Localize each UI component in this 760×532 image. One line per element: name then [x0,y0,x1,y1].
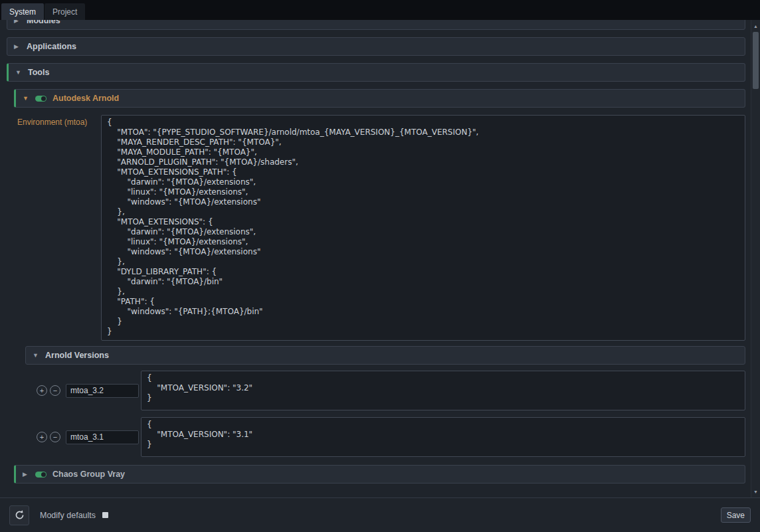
section-header-chaos-group-vray[interactable]: ▶ Chaos Group Vray [14,465,745,484]
section-header-modules[interactable]: ▶ Modules [7,20,745,30]
remove-version-button[interactable]: − [50,385,60,396]
tab-system-label: System [9,7,36,17]
section-header-tools[interactable]: ▼ Tools [7,63,745,82]
section-label-autodesk-arnold: Autodesk Arnold [52,94,119,103]
refresh-icon [14,509,25,521]
section-header-applications[interactable]: ▶ Applications [7,37,745,56]
tab-project-label: Project [52,7,77,17]
version-name-input[interactable] [66,430,139,444]
chevron-down-icon: ▼ [23,96,29,102]
section-label-chaos-group-vray: Chaos Group Vray [52,470,125,479]
environment-field-row: Environment (mtoa) { "MTOA": "{PYPE_STUD… [14,115,745,341]
chevron-right-icon: ▶ [14,44,21,50]
tools-section-body: ▼ Autodesk Arnold Environment (mtoa) { "… [7,89,745,484]
chevron-right-icon: ▶ [14,20,21,24]
toggle-knob [41,472,46,477]
add-version-button[interactable]: + [37,432,47,442]
section-label-modules: Modules [27,20,60,25]
environment-label: Environment (mtoa) [14,115,101,127]
add-version-button[interactable]: + [37,385,47,396]
scrollbar-thumb[interactable] [753,32,759,89]
section-label-applications: Applications [27,42,76,51]
chevron-right-icon: ▶ [23,472,29,478]
modify-defaults-checkbox[interactable] [102,512,108,518]
version-json-editor[interactable]: { "MTOA_VERSION": "3.2" } [141,371,745,410]
environment-json-editor[interactable]: { "MTOA": "{PYPE_STUDIO_SOFTWARE}/arnold… [101,115,745,341]
settings-scroll-area: ▶ Modules ▶ Applications ▼ Tools ▼ Autod… [0,20,751,497]
modify-defaults-label: Modify defaults [40,511,96,520]
version-row: + − { "MTOA_VERSION": "3.2" } [25,371,745,410]
settings-window: System Project ▶ Modules ▶ Applications … [0,0,760,532]
version-row: + − { "MTOA_VERSION": "3.1" } [25,417,745,457]
section-header-autodesk-arnold[interactable]: ▼ Autodesk Arnold [14,89,745,108]
save-button[interactable]: Save [721,507,751,523]
tab-system[interactable]: System [1,3,44,20]
chevron-down-icon: ▼ [33,353,39,359]
version-json-editor[interactable]: { "MTOA_VERSION": "3.1" } [141,417,745,457]
scroll-down-arrow-icon[interactable]: ▼ [751,487,760,496]
vertical-scrollbar[interactable]: ▲ ▼ [751,20,760,497]
version-name-input[interactable] [66,384,139,398]
remove-version-button[interactable]: − [50,432,60,442]
scroll-up-arrow-icon[interactable]: ▲ [751,21,760,31]
chevron-down-icon: ▼ [15,70,22,76]
main-tabbar: System Project [0,0,760,20]
arnold-versions-group: ▼ Arnold Versions + − { "MTOA_VERSION": … [25,346,745,457]
section-label-tools: Tools [28,68,49,77]
footer-bar: Modify defaults Save [0,497,760,532]
section-header-arnold-versions[interactable]: ▼ Arnold Versions [25,346,745,365]
tab-project[interactable]: Project [45,3,85,20]
refresh-button[interactable] [9,505,29,525]
toggle-knob [41,96,46,101]
enabled-toggle-icon[interactable] [35,472,47,478]
enabled-toggle-icon[interactable] [35,96,47,102]
section-label-arnold-versions: Arnold Versions [45,351,109,360]
